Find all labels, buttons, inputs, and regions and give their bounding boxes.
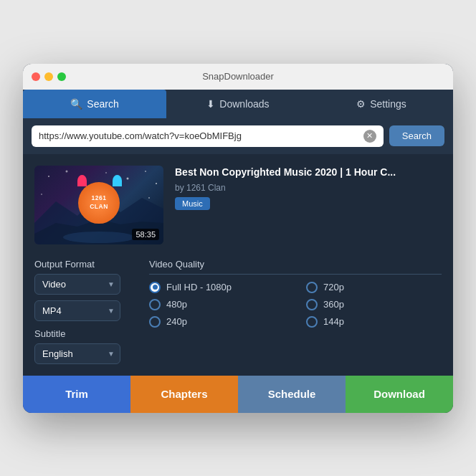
content-area: 1261 CLAN 58:35 Best Non Copyrighted Mus… (23, 154, 453, 376)
quality-grid: Full HD - 1080p 720p 480p 360p (149, 282, 442, 328)
search-tab-label: Search (87, 98, 118, 110)
label-720p: 720p (323, 282, 344, 292)
clear-url-button[interactable]: ✕ (363, 130, 376, 143)
video-author: by 1261 Clan (175, 183, 442, 193)
options-section: Output Format Video Audio MP3 ▼ MP4 MKV (34, 259, 442, 364)
svg-point-1 (66, 170, 68, 172)
tab-downloads[interactable]: ⬇ Downloads (166, 90, 310, 118)
radio-480p[interactable] (149, 299, 161, 310)
label-360p: 360p (323, 299, 344, 310)
output-format-label: Output Format (34, 259, 128, 270)
svg-point-7 (41, 194, 42, 195)
label-144p: 144p (323, 316, 344, 327)
radio-144p[interactable] (306, 316, 318, 328)
chapters-button[interactable]: Chapters (130, 376, 238, 413)
close-button[interactable] (32, 72, 40, 81)
settings-tab-label: Settings (370, 98, 406, 110)
minimize-button[interactable] (44, 72, 53, 81)
video-info-card: 1261 CLAN 58:35 Best Non Copyrighted Mus… (34, 166, 442, 244)
bottom-bar: Trim Chapters Schedule Download (23, 376, 453, 413)
maximize-button[interactable] (57, 72, 66, 81)
radio-360p[interactable] (306, 299, 318, 310)
traffic-lights (32, 72, 66, 81)
subtitle-section: Subtitle English None Spanish French ▼ (34, 328, 128, 364)
svg-point-10 (63, 232, 135, 243)
quality-option-1080p[interactable]: Full HD - 1080p (149, 282, 285, 293)
video-tag: Music (175, 197, 210, 210)
logo-text: 1261 CLAN (90, 195, 108, 211)
search-tab-icon: 🔍 (70, 98, 82, 110)
downloads-tab-icon: ⬇ (206, 98, 215, 110)
quality-option-480p[interactable]: 480p (149, 299, 285, 310)
tab-settings[interactable]: ⚙ Settings (310, 90, 453, 118)
label-240p: 240p (166, 316, 187, 327)
quality-option-720p[interactable]: 720p (306, 282, 442, 293)
svg-point-4 (127, 177, 129, 179)
output-format-section: Output Format Video Audio MP3 ▼ MP4 MKV (34, 259, 128, 321)
schedule-button[interactable]: Schedule (238, 376, 346, 413)
url-input-wrapper: ✕ (32, 125, 384, 147)
label-1080p: Full HD - 1080p (166, 282, 232, 292)
svg-point-0 (48, 176, 49, 177)
radio-720p[interactable] (306, 282, 318, 293)
settings-tab-icon: ⚙ (356, 98, 366, 110)
quality-option-240p[interactable]: 240p (149, 316, 285, 328)
svg-point-5 (145, 171, 146, 172)
quality-section: Video Quality Full HD - 1080p 720p (149, 259, 442, 364)
search-button[interactable]: Search (389, 125, 444, 146)
label-480p: 480p (166, 299, 187, 310)
radio-1080p[interactable] (149, 282, 161, 293)
video-thumbnail: 1261 CLAN 58:35 (34, 166, 163, 244)
trim-button[interactable]: Trim (23, 376, 130, 413)
video-details: Best Non Copyrighted Music 2020 | 1 Hour… (175, 166, 442, 244)
search-bar: ✕ Search (23, 118, 453, 154)
svg-point-8 (148, 197, 150, 199)
video-duration: 58:35 (132, 229, 159, 240)
svg-point-3 (105, 172, 107, 173)
quality-option-360p[interactable]: 360p (306, 299, 442, 310)
window-title: SnapDownloader (202, 71, 274, 82)
quality-label: Video Quality (149, 259, 442, 275)
subtitle-select[interactable]: English None Spanish French (34, 343, 120, 364)
svg-point-6 (156, 183, 157, 184)
subtitle-label: Subtitle (34, 328, 128, 339)
nav-tabs: 🔍 Search ⬇ Downloads ⚙ Settings (23, 90, 453, 118)
download-button[interactable]: Download (346, 376, 453, 413)
url-input[interactable] (39, 130, 359, 141)
title-bar: SnapDownloader (23, 64, 453, 90)
tab-search[interactable]: 🔍 Search (23, 90, 166, 118)
downloads-tab-label: Downloads (219, 98, 269, 110)
quality-option-144p[interactable]: 144p (306, 316, 442, 328)
left-options: Output Format Video Audio MP3 ▼ MP4 MKV (34, 259, 128, 364)
container-select[interactable]: MP4 MKV AVI (34, 300, 120, 321)
app-window: SnapDownloader 🔍 Search ⬇ Downloads ⚙ Se… (23, 64, 453, 413)
radio-240p[interactable] (149, 316, 161, 328)
format-select[interactable]: Video Audio MP3 (34, 274, 120, 295)
video-title: Best Non Copyrighted Music 2020 | 1 Hour… (175, 166, 442, 178)
